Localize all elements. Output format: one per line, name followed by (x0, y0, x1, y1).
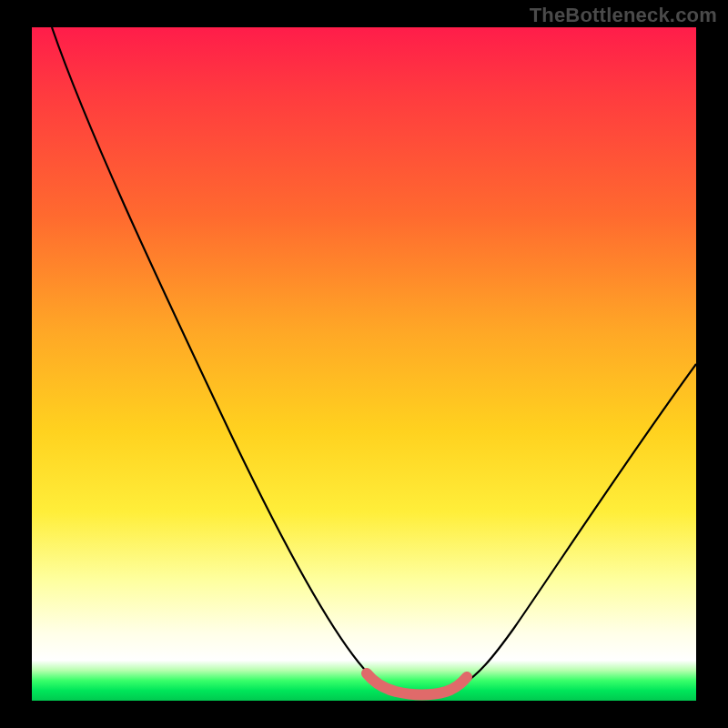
pink-floor (367, 673, 467, 695)
black-curve (52, 27, 696, 694)
curve-layer (32, 27, 696, 701)
plot-area (32, 27, 696, 701)
chart-frame: TheBottleneck.com (0, 0, 728, 728)
watermark-text: TheBottleneck.com (530, 4, 717, 27)
